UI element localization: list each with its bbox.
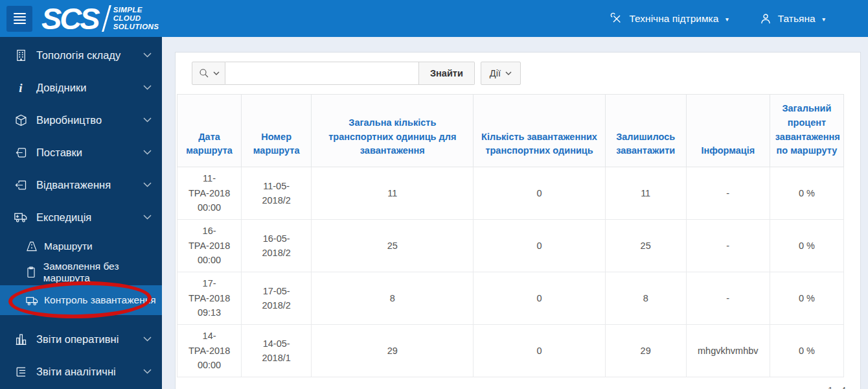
column-header-5[interactable]: Залишилось завантажити xyxy=(605,95,686,167)
logo-tagline-line: SOLUTIONS xyxy=(113,23,159,31)
logo-tagline: SIMPLE CLOUD SOLUTIONS xyxy=(113,6,159,31)
hamburger-icon xyxy=(14,11,26,25)
wrench-icon xyxy=(610,12,623,25)
sidebar-item-warehouse-topology[interactable]: Топологія складу xyxy=(0,39,162,71)
column-header-3[interactable]: Загальна кількість транспортних одиниць … xyxy=(312,95,474,167)
sidebar-item-label: Відвантаження xyxy=(36,179,111,191)
table-cell: 25 xyxy=(605,220,686,272)
table-row: 16- ТРА-2018 00:0016-05- 2018/225025-0 % xyxy=(177,220,844,272)
table-cell: 0 xyxy=(474,325,605,377)
search-input[interactable] xyxy=(225,62,419,85)
chevron-down-icon xyxy=(143,85,152,90)
table-cell: 29 xyxy=(605,325,686,377)
table-cell: 0 % xyxy=(770,167,843,220)
sidebar-nav: Топологія складу i Довідники Виробництво… xyxy=(0,37,162,389)
chevron-down-icon xyxy=(821,13,827,25)
user-menu-label: Татьяна xyxy=(778,13,816,25)
table-cell: 0 % xyxy=(770,220,843,272)
user-menu[interactable]: Татьяна xyxy=(759,12,827,25)
table-row: 14- ТРА-2018 00:0014-05- 2018/129029mhgv… xyxy=(177,325,844,377)
table-cell: 0 % xyxy=(770,325,843,377)
building-icon xyxy=(12,49,29,62)
sidebar-item-label: Поставки xyxy=(36,147,82,159)
table-cell: 11- ТРА-2018 00:00 xyxy=(177,167,242,220)
table-cell: 0 xyxy=(474,220,605,272)
sidebar-item-shipments[interactable]: Відвантаження xyxy=(0,169,162,201)
logo-tagline-line: CLOUD xyxy=(113,14,159,23)
sidebar-item-operational-reports[interactable]: Звіти оперативні xyxy=(0,323,162,355)
report-table: Дата маршрутаНомер маршрутаЗагальна кіль… xyxy=(177,94,844,377)
chevron-down-icon xyxy=(213,71,220,76)
logo-text: SCS xyxy=(41,3,101,34)
search-toolbar: Знайти Дії xyxy=(192,62,844,85)
app-logo: SCS SIMPLE CLOUD SOLUTIONS xyxy=(41,3,159,34)
sidebar-item-supplies[interactable]: Поставки xyxy=(0,136,162,169)
table-cell: 11-05- 2018/2 xyxy=(242,167,312,220)
support-menu[interactable]: Технічна підтримка xyxy=(610,12,729,25)
sidebar-subitem-loading-control[interactable]: Контроль завантаження xyxy=(0,285,162,315)
chevron-down-icon xyxy=(143,182,152,187)
table-cell: 25 xyxy=(312,220,474,272)
sidebar-subitem-label: Контроль завантаження xyxy=(44,294,156,306)
chevron-down-icon xyxy=(143,336,152,342)
user-icon xyxy=(759,12,772,25)
chevron-down-icon xyxy=(143,215,152,220)
column-header-1[interactable]: Дата маршрута xyxy=(177,95,242,167)
table-cell: 29 xyxy=(312,325,474,377)
search-icon xyxy=(198,67,210,79)
sidebar-spacer xyxy=(0,315,162,323)
column-header-7[interactable]: Загальний процент завантаження по маршру… xyxy=(770,95,843,167)
production-box-icon xyxy=(12,113,29,127)
sidebar-item-analytical-reports[interactable]: Звіти аналітичні xyxy=(0,355,162,388)
route-icon xyxy=(24,240,40,253)
find-button[interactable]: Знайти xyxy=(419,62,475,85)
chevron-down-icon xyxy=(505,71,512,76)
table-cell: 14-05- 2018/1 xyxy=(242,325,312,377)
sidebar-item-label: Топологія складу xyxy=(36,49,120,62)
report-panel: Знайти Дії Дата маршрутаНомер маршрутаЗа… xyxy=(175,52,861,389)
clipboard-icon xyxy=(24,266,39,279)
sidebar-item-label: Звіти аналітичні xyxy=(36,366,116,378)
table-cell: 16-05- 2018/2 xyxy=(242,220,312,272)
column-header-4[interactable]: Кількість завантаженних транспортних оди… xyxy=(474,95,605,167)
topbar-menus: Технічна підтримка Татьяна xyxy=(610,12,827,25)
sidebar-item-directories[interactable]: i Довідники xyxy=(0,71,162,104)
sidebar-subitem-routes[interactable]: Маршрути xyxy=(0,233,162,259)
logo-tagline-line: SIMPLE xyxy=(113,6,159,14)
search-options-button[interactable] xyxy=(192,62,225,85)
sidebar-item-expedition[interactable]: Експедиція xyxy=(0,201,162,233)
chevron-down-icon xyxy=(143,53,152,58)
table-cell: 16- ТРА-2018 00:00 xyxy=(177,220,242,272)
table-cell: - xyxy=(686,167,770,220)
hamburger-menu-button[interactable] xyxy=(6,6,32,32)
table-cell: 11 xyxy=(605,167,686,220)
table-cell: 17- ТРА-2018 09:13 xyxy=(177,272,242,325)
sidebar-item-label: Виробництво xyxy=(36,114,102,126)
actions-button-label: Дії xyxy=(490,68,501,78)
table-header: Дата маршрутаНомер маршрутаЗагальна кіль… xyxy=(177,95,844,167)
table-cell: 0 xyxy=(474,167,605,220)
outbound-arrow-icon xyxy=(12,178,29,192)
table-cell: 0 % xyxy=(770,272,843,325)
table-cell: 0 xyxy=(474,272,605,325)
column-header-6[interactable]: Інформація xyxy=(686,95,770,167)
table-cell: 17-05- 2018/2 xyxy=(242,272,312,325)
table-cell: 11 xyxy=(312,167,474,220)
logo-slash xyxy=(102,5,111,32)
table-cell: 8 xyxy=(605,272,686,325)
chevron-down-icon xyxy=(143,369,152,374)
sidebar-item-label: Довідники xyxy=(36,82,86,94)
inbound-arrow-icon xyxy=(12,146,29,159)
support-menu-label: Технічна підтримка xyxy=(629,13,718,25)
sidebar-item-production[interactable]: Виробництво xyxy=(0,104,162,136)
sidebar-subitem-label: Маршрути xyxy=(44,241,93,252)
bar-chart-icon xyxy=(12,333,29,346)
sidebar-item-label: Звіти оперативні xyxy=(36,333,119,346)
table-row: 11- ТРА-2018 00:0011-05- 2018/211011-0 % xyxy=(177,167,844,220)
actions-button[interactable]: Дії xyxy=(481,62,521,85)
table-cell: 8 xyxy=(312,272,474,325)
chevron-down-icon xyxy=(724,13,729,25)
column-header-2[interactable]: Номер маршрута xyxy=(242,95,312,167)
sidebar-subitem-orders-without-route[interactable]: Замовлення без маршрута xyxy=(0,259,162,285)
table-cell: - xyxy=(686,272,770,325)
